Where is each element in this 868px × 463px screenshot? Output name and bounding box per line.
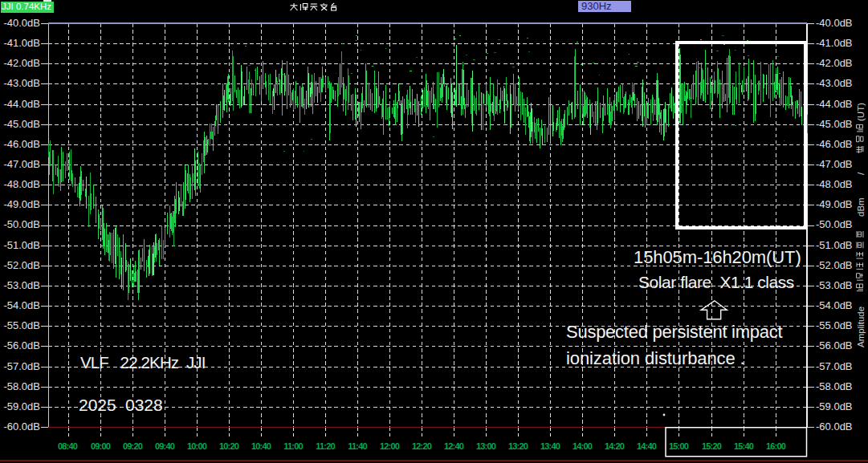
svg-text:/: /	[856, 172, 866, 175]
svg-text:dBm: dBm	[856, 197, 866, 217]
svg-text:Amplitude: Amplitude	[856, 307, 866, 347]
svg-text:(UT): (UT)	[856, 103, 866, 121]
